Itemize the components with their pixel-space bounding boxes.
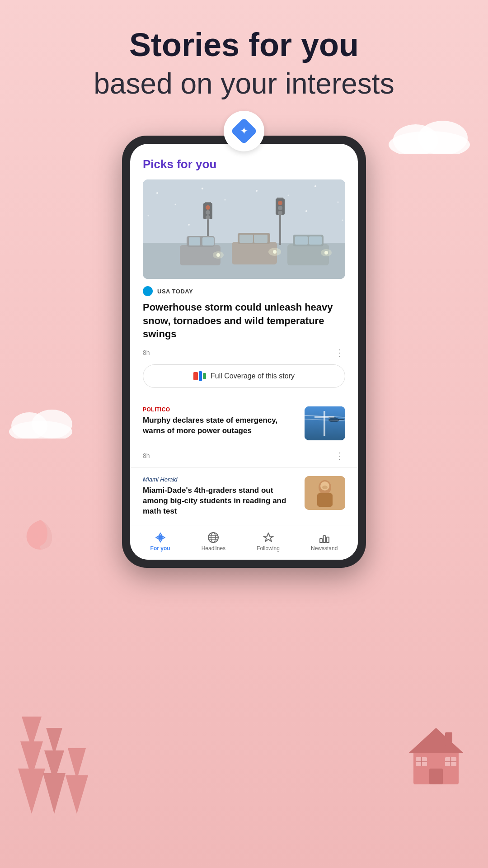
nav-following-label: Following (257, 545, 280, 552)
nav-for-you[interactable]: For you (150, 532, 170, 552)
article2-source: POLITICO (143, 406, 298, 413)
svg-rect-74 (193, 374, 198, 378)
article2-content: POLITICO Murphy declares state of emerge… (143, 406, 298, 436)
svg-rect-84 (338, 419, 344, 420)
full-coverage-button[interactable]: Full Coverage of this story (143, 364, 345, 388)
svg-rect-88 (317, 493, 333, 507)
svg-point-65 (288, 195, 289, 196)
article1-title[interactable]: Powerhouse storm could unleash heavy sno… (143, 301, 345, 341)
newsstand-icon (318, 532, 331, 543)
article2-time: 8h (143, 452, 150, 459)
article1-source-name: USA TODAY (157, 288, 193, 295)
svg-point-70 (305, 210, 307, 212)
bottom-navigation: For you Headlines (130, 525, 358, 560)
svg-rect-75 (199, 371, 202, 381)
following-icon (262, 532, 275, 543)
svg-marker-13 (68, 748, 86, 780)
background-trees-left (18, 687, 99, 823)
article3-content: Miami Herald Miami-Dade's 4th-graders st… (143, 476, 298, 517)
nav-headlines-label: Headlines (202, 545, 225, 552)
svg-point-2 (418, 121, 468, 154)
phone-outer-frame: Picks for you (122, 136, 366, 568)
svg-point-63 (225, 199, 226, 201)
svg-point-71 (342, 220, 343, 221)
article3-thumb-image (305, 476, 345, 510)
usatoday-dot (143, 286, 153, 296)
article2-title: Murphy declares state of emergency, warn… (143, 415, 298, 436)
article1-more-button[interactable]: ⋮ (335, 347, 345, 358)
svg-rect-101 (327, 537, 329, 542)
svg-rect-23 (445, 732, 452, 746)
article3-thumbnail (305, 476, 345, 510)
article1-hero-image[interactable] (143, 179, 345, 279)
svg-point-64 (256, 190, 258, 192)
google-diamond-icon (230, 118, 257, 144)
svg-rect-92 (158, 536, 162, 539)
article1-source-row: USA TODAY (143, 286, 345, 296)
article2-row[interactable]: POLITICO Murphy declares state of emerge… (143, 398, 345, 448)
svg-point-60 (156, 192, 158, 194)
svg-point-90 (322, 486, 328, 489)
article3-row[interactable]: Miami Herald Miami-Dade's 4th-graders st… (143, 468, 345, 525)
header-subtitle: based on your interests (0, 66, 488, 101)
svg-rect-79 (324, 411, 325, 436)
nav-newsstand[interactable]: Newsstand (311, 532, 338, 552)
full-coverage-icon (193, 371, 206, 381)
article2-meta: 8h ⋮ (143, 448, 345, 467)
screen-content: Picks for you (130, 144, 358, 525)
svg-rect-99 (320, 538, 322, 542)
phone-mockup: Picks for you (122, 136, 366, 568)
svg-point-61 (175, 204, 176, 205)
svg-rect-16 (429, 769, 443, 784)
svg-point-68 (148, 215, 149, 217)
header-title: Stories for you (0, 27, 488, 63)
for-you-icon (154, 532, 167, 543)
svg-marker-12 (66, 775, 88, 814)
article3-source: Miami Herald (143, 476, 298, 483)
headlines-icon (206, 532, 220, 543)
nav-following[interactable]: Following (257, 532, 280, 552)
svg-rect-76 (203, 373, 206, 379)
nav-newsstand-label: Newsstand (311, 545, 338, 552)
header-section: Stories for you based on your interests (0, 27, 488, 101)
picks-title: Picks for you (143, 157, 345, 171)
svg-point-5 (32, 410, 72, 439)
article2-thumbnail (305, 406, 345, 440)
nav-headlines[interactable]: Headlines (202, 532, 225, 552)
full-coverage-label: Full Coverage of this story (211, 372, 295, 380)
article2-thumb-image (305, 406, 345, 440)
svg-point-62 (202, 188, 203, 189)
background-house (407, 723, 465, 787)
svg-rect-59 (143, 179, 345, 279)
svg-rect-85 (328, 417, 336, 418)
article1-time: 8h (143, 349, 150, 356)
svg-marker-98 (263, 533, 273, 542)
article3-title: Miami-Dade's 4th-graders stand out among… (143, 486, 298, 517)
svg-point-67 (338, 202, 339, 203)
svg-marker-15 (409, 728, 463, 753)
article1-meta: 8h ⋮ (143, 347, 345, 358)
svg-point-69 (188, 224, 190, 226)
phone-screen: Picks for you (130, 144, 358, 560)
svg-rect-100 (323, 536, 325, 542)
article2-more-button[interactable]: ⋮ (335, 450, 345, 461)
svg-point-83 (328, 418, 339, 422)
google-news-icon (224, 111, 264, 151)
moon-decoration (23, 515, 59, 552)
svg-point-66 (314, 185, 316, 187)
nav-for-you-label: For you (150, 545, 170, 552)
